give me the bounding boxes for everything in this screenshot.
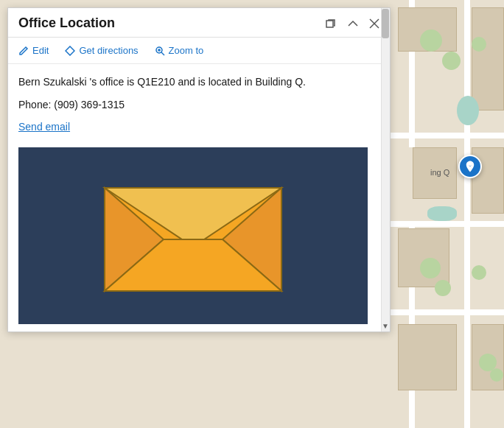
scroll-arrow-down[interactable]: ▼ bbox=[381, 320, 390, 331]
scrollbar[interactable]: ▼ bbox=[381, 64, 390, 331]
edit-button[interactable]: Edit bbox=[18, 42, 56, 59]
office-location-popup: Office Location bbox=[7, 7, 391, 332]
send-email-link[interactable]: Send email bbox=[18, 121, 70, 133]
zoom-label: Zoom to bbox=[169, 45, 204, 56]
get-directions-button[interactable]: Get directions bbox=[65, 42, 145, 59]
popup-header-icons bbox=[323, 16, 381, 31]
svg-rect-1 bbox=[326, 21, 333, 27]
svg-marker-4 bbox=[66, 46, 74, 55]
phone-text: Phone: (909) 369-1315 bbox=[18, 99, 368, 110]
maximize-button[interactable] bbox=[323, 16, 338, 31]
svg-line-6 bbox=[161, 52, 164, 55]
zoom-to-button[interactable]: Zoom to bbox=[155, 42, 211, 59]
popup-body: Bern Szukalski 's office is Q1E210 and i… bbox=[18, 74, 379, 324]
directions-label: Get directions bbox=[79, 45, 138, 56]
location-marker bbox=[458, 155, 482, 178]
office-info-text: Bern Szukalski 's office is Q1E210 and i… bbox=[18, 74, 368, 90]
edit-label: Edit bbox=[32, 45, 49, 56]
envelope-image-container bbox=[18, 147, 368, 324]
building-q-label: ing Q bbox=[430, 168, 449, 177]
popup-content-area: Bern Szukalski 's office is Q1E210 and i… bbox=[8, 64, 390, 331]
envelope-svg bbox=[90, 166, 296, 306]
popup-toolbar: Edit Get directions Zoom to bbox=[8, 38, 390, 64]
popup-header: Office Location bbox=[8, 8, 390, 38]
minimize-button[interactable] bbox=[346, 18, 360, 29]
popup-title: Office Location bbox=[18, 15, 115, 31]
close-button[interactable] bbox=[368, 17, 381, 30]
popup-content: Bern Szukalski 's office is Q1E210 and i… bbox=[8, 64, 390, 331]
